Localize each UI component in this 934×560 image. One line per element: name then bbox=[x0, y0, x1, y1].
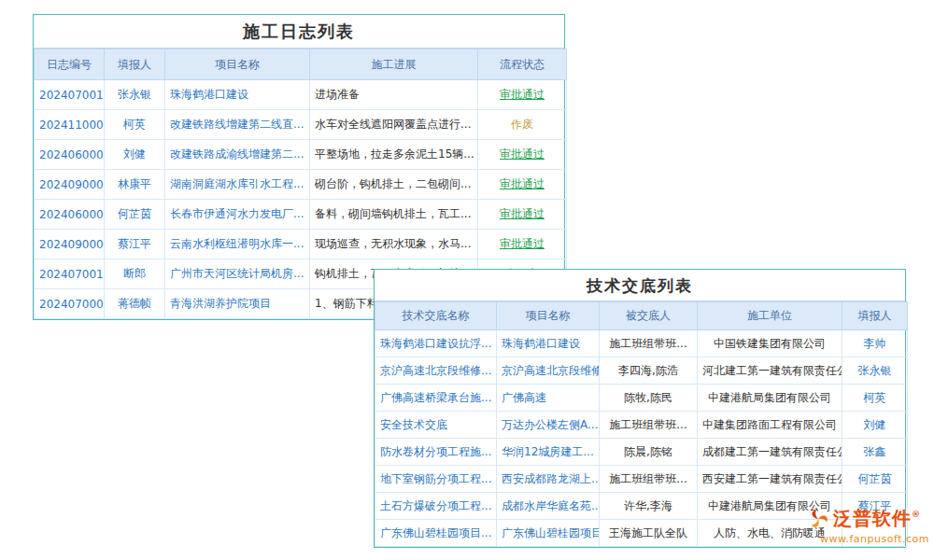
project-name-link[interactable]: 广州市天河区统计局机房... bbox=[165, 259, 310, 289]
filler-cell[interactable]: 张鑫 bbox=[842, 439, 908, 466]
status-cell[interactable]: 审批通过 bbox=[478, 230, 567, 259]
status-cell[interactable]: 审批通过 bbox=[478, 80, 567, 110]
column-header: 被交底人 bbox=[600, 302, 698, 330]
disclosed-person-cell: 施工班组带班... bbox=[600, 466, 698, 493]
filler-cell[interactable]: 断郎 bbox=[105, 259, 165, 289]
project-name-link[interactable]: 改建铁路线增建第二线直... bbox=[165, 110, 310, 140]
filler-cell[interactable]: 张永银 bbox=[105, 80, 165, 110]
progress-cell: 平整场地，拉走多余泥土15辆... bbox=[310, 140, 478, 170]
filler-cell[interactable]: 何芷茵 bbox=[842, 466, 908, 493]
log-id-cell[interactable]: 2024060005 bbox=[35, 200, 105, 230]
disclosed-person-cell: 施工班组带班... bbox=[600, 412, 698, 439]
status-cell[interactable]: 作废 bbox=[478, 110, 567, 140]
disclosure-name-link[interactable]: 土石方爆破分项工程... bbox=[375, 493, 497, 520]
construction-unit-cell: 中建集团路面工程有限公司 bbox=[698, 412, 842, 439]
project-name-link[interactable]: 湖南洞庭湖水库引水工程... bbox=[165, 170, 310, 200]
construction-unit-cell: 成都建工第一建筑有限责任公司 bbox=[698, 439, 842, 466]
column-header: 施工单位 bbox=[698, 302, 842, 330]
disclosure-name-link[interactable]: 地下室钢筋分项工程... bbox=[375, 466, 497, 493]
fanpu-logo-icon bbox=[807, 508, 829, 530]
filler-cell[interactable]: 林康平 bbox=[105, 170, 165, 200]
filler-cell[interactable]: 张永银 bbox=[842, 357, 908, 385]
filler-cell[interactable]: 李帅 bbox=[842, 330, 908, 357]
table-row: 2024070011张永银珠海鹤港口建设进场准备审批通过 bbox=[35, 80, 567, 110]
table-row: 防水卷材分项工程施...华润12城房建工...陈晨,陈铭成都建工第一建筑有限责任… bbox=[375, 439, 908, 466]
table-row: 2024060005何芷茵长春市伊通河水力发电厂...备料，砌间墙钩机排土，瓦工… bbox=[35, 200, 567, 230]
log-id-cell[interactable]: 2024090009 bbox=[35, 230, 105, 259]
project-name-link[interactable]: 万达办公楼左侧A... bbox=[497, 412, 600, 439]
status-cell[interactable]: 审批通过 bbox=[478, 170, 567, 200]
project-name-link[interactable]: 长春市伊通河水力发电厂... bbox=[165, 200, 310, 230]
progress-cell: 现场巡查，无积水现象，水马... bbox=[310, 230, 478, 259]
construction-unit-cell: 河北建工第一建筑有限责任公司 bbox=[698, 357, 842, 385]
project-name-link[interactable]: 云南水利枢纽潜明水库一... bbox=[165, 230, 310, 259]
disclosed-person-cell: 陈晨,陈铭 bbox=[600, 439, 698, 466]
log-id-cell[interactable]: 2024060006 bbox=[35, 140, 105, 170]
tech-disclosure-title: 技术交底列表 bbox=[375, 270, 905, 301]
project-name-link[interactable]: 华润12城房建工... bbox=[497, 439, 600, 466]
project-name-link[interactable]: 广东佛山碧桂园项目 bbox=[497, 520, 600, 547]
progress-cell: 进场准备 bbox=[310, 80, 478, 110]
brand-url: www.fanpusoft.com bbox=[820, 533, 929, 545]
progress-cell: 备料，砌间墙钩机排土，瓦工... bbox=[310, 200, 478, 230]
project-name-link[interactable]: 广佛高速 bbox=[497, 385, 600, 412]
disclosure-name-link[interactable]: 安全技术交底 bbox=[375, 412, 497, 439]
construction-log-title: 施工日志列表 bbox=[34, 15, 564, 49]
filler-cell[interactable]: 蒋德帧 bbox=[105, 289, 165, 319]
table-row: 2024090009蔡江平云南水利枢纽潜明水库一...现场巡查，无积水现象，水马… bbox=[35, 230, 567, 259]
log-id-cell[interactable]: 2024070011 bbox=[35, 80, 105, 110]
log-id-cell[interactable]: 2024070011 bbox=[35, 259, 105, 289]
disclosure-name-link[interactable]: 防水卷材分项工程施... bbox=[375, 439, 497, 466]
log-id-cell[interactable]: 2024090009 bbox=[35, 170, 105, 200]
table-row: 2024110002柯英改建铁路线增建第二线直...水车对全线遮阳网覆盖点进行.… bbox=[35, 110, 567, 140]
column-header: 技术交底名称 bbox=[375, 302, 497, 330]
construction-unit-cell: 中建港航局集团有限公司 bbox=[698, 385, 842, 412]
filler-cell[interactable]: 蔡江平 bbox=[105, 230, 165, 259]
column-header: 项目名称 bbox=[497, 302, 600, 330]
brand-name: 泛普软件® bbox=[833, 506, 921, 531]
log-id-cell[interactable]: 2024110002 bbox=[35, 110, 105, 140]
progress-cell: 水车对全线遮阳网覆盖点进行... bbox=[310, 110, 478, 140]
construction-unit-cell: 中国铁建集团有限公司 bbox=[698, 330, 842, 357]
disclosure-name-link[interactable]: 广佛高速桥梁承台施... bbox=[375, 385, 497, 412]
registered-mark: ® bbox=[912, 510, 921, 519]
project-name-link[interactable]: 西安成都路龙湖上... bbox=[497, 466, 600, 493]
status-cell[interactable]: 审批通过 bbox=[478, 140, 567, 170]
table-row: 2024090009林康平湖南洞庭湖水库引水工程...砌台阶，钩机排土，二包砌间… bbox=[35, 170, 567, 200]
disclosed-person-cell: 李四海,陈浩 bbox=[600, 357, 698, 385]
column-header: 施工进展 bbox=[310, 49, 478, 80]
column-header: 日志编号 bbox=[35, 49, 105, 80]
column-header: 填报人 bbox=[842, 302, 908, 330]
filler-cell[interactable]: 柯英 bbox=[105, 110, 165, 140]
table-row: 2024060006刘健改建铁路成渝线增建第二...平整场地，拉走多余泥土15辆… bbox=[35, 140, 567, 170]
disclosure-name-link[interactable]: 京沪高速北京段维修... bbox=[375, 357, 497, 385]
construction-unit-cell: 西安建工第一建筑有限责任公司 bbox=[698, 466, 842, 493]
filler-cell[interactable]: 柯英 bbox=[842, 385, 908, 412]
project-name-link[interactable]: 成都水岸华庭名苑... bbox=[497, 493, 600, 520]
table-row: 广佛高速桥梁承台施...广佛高速陈牧,陈民中建港航局集团有限公司柯英 bbox=[375, 385, 908, 412]
disclosed-person-cell: 施工班组带班... bbox=[600, 330, 698, 357]
table-row: 京沪高速北京段维修...京沪高速北京段维修李四海,陈浩河北建工第一建筑有限责任公… bbox=[375, 357, 908, 385]
table-row: 珠海鹤港口建设抗浮...珠海鹤港口建设施工班组带班...中国铁建集团有限公司李帅 bbox=[375, 330, 908, 357]
progress-cell: 砌台阶，钩机排土，二包砌间... bbox=[310, 170, 478, 200]
fanpu-watermark: 泛普软件® www.fanpusoft.com bbox=[807, 506, 929, 545]
column-header: 流程状态 bbox=[478, 49, 567, 80]
filler-cell[interactable]: 刘健 bbox=[105, 140, 165, 170]
disclosed-person-cell: 陈牧,陈民 bbox=[600, 385, 698, 412]
project-name-link[interactable]: 青海洪湖养护院项目 bbox=[165, 289, 310, 319]
log-id-cell[interactable]: 2024070009 bbox=[35, 289, 105, 319]
disclosure-name-link[interactable]: 珠海鹤港口建设抗浮... bbox=[375, 330, 497, 357]
project-name-link[interactable]: 珠海鹤港口建设 bbox=[497, 330, 600, 357]
status-cell[interactable]: 审批通过 bbox=[478, 200, 567, 230]
project-name-link[interactable]: 京沪高速北京段维修 bbox=[497, 357, 600, 385]
project-name-link[interactable]: 改建铁路成渝线增建第二... bbox=[165, 140, 310, 170]
disclosed-person-cell: 许华,李海 bbox=[600, 493, 698, 520]
disclosure-name-link[interactable]: 广东佛山碧桂园项目... bbox=[375, 520, 497, 547]
column-header: 填报人 bbox=[105, 49, 165, 80]
table-row: 安全技术交底万达办公楼左侧A...施工班组带班...中建集团路面工程有限公司刘健 bbox=[375, 412, 908, 439]
table-row: 地下室钢筋分项工程...西安成都路龙湖上...施工班组带班...西安建工第一建筑… bbox=[375, 466, 908, 493]
disclosed-person-cell: 王海施工队全队 bbox=[600, 520, 698, 547]
filler-cell[interactable]: 何芷茵 bbox=[105, 200, 165, 230]
project-name-link[interactable]: 珠海鹤港口建设 bbox=[165, 80, 310, 110]
filler-cell[interactable]: 刘健 bbox=[842, 412, 908, 439]
